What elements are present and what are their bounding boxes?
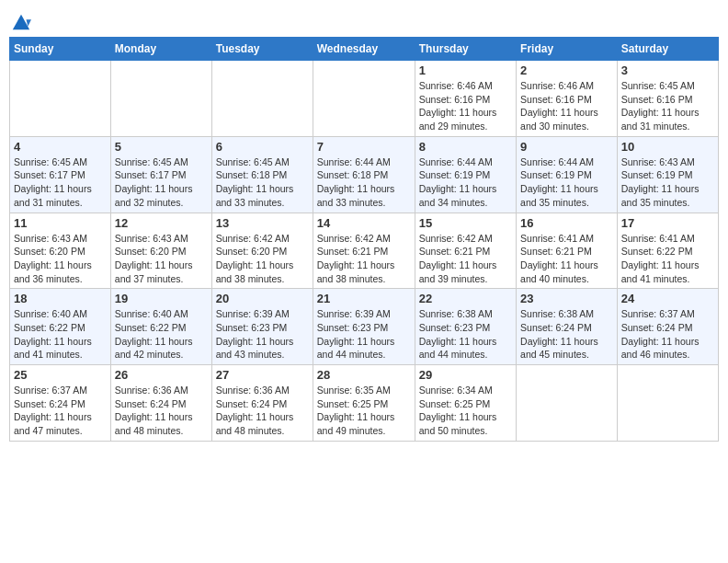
day-number: 22 [419, 292, 512, 305]
calendar-cell: 17Sunrise: 6:41 AMSunset: 6:22 PMDayligh… [617, 213, 718, 289]
calendar-week-3: 11Sunrise: 6:43 AMSunset: 6:20 PMDayligh… [10, 213, 719, 289]
calendar-cell: 11Sunrise: 6:43 AMSunset: 6:20 PMDayligh… [10, 213, 111, 289]
day-info: Sunrise: 6:45 AMSunset: 6:17 PMDaylight:… [115, 155, 208, 210]
calendar-cell: 2Sunrise: 6:46 AMSunset: 6:16 PMDaylight… [517, 61, 618, 137]
day-info: Sunrise: 6:34 AMSunset: 6:25 PMDaylight:… [419, 384, 512, 438]
logo [9, 13, 31, 33]
calendar-cell: 3Sunrise: 6:45 AMSunset: 6:16 PMDaylight… [617, 61, 718, 137]
logo-icon [11, 13, 31, 33]
calendar-cell: 5Sunrise: 6:45 AMSunset: 6:17 PMDaylight… [110, 136, 211, 213]
calendar-cell: 22Sunrise: 6:38 AMSunset: 6:23 PMDayligh… [415, 289, 516, 365]
day-info: Sunrise: 6:36 AMSunset: 6:24 PMDaylight:… [216, 384, 309, 438]
calendar-cell: 12Sunrise: 6:43 AMSunset: 6:20 PMDayligh… [110, 213, 211, 289]
calendar-cell: 13Sunrise: 6:42 AMSunset: 6:20 PMDayligh… [211, 213, 313, 289]
day-info: Sunrise: 6:42 AMSunset: 6:21 PMDaylight:… [419, 232, 512, 286]
calendar-cell: 19Sunrise: 6:40 AMSunset: 6:22 PMDayligh… [110, 289, 211, 365]
day-number: 21 [317, 292, 411, 305]
calendar-cell [517, 365, 618, 442]
day-number: 14 [317, 216, 411, 230]
calendar-cell: 23Sunrise: 6:38 AMSunset: 6:24 PMDayligh… [517, 289, 618, 365]
calendar-cell: 28Sunrise: 6:35 AMSunset: 6:25 PMDayligh… [313, 365, 415, 442]
day-number: 17 [621, 216, 714, 230]
day-info: Sunrise: 6:42 AMSunset: 6:21 PMDaylight:… [317, 232, 411, 286]
day-number: 26 [115, 368, 208, 382]
day-info: Sunrise: 6:38 AMSunset: 6:24 PMDaylight:… [520, 307, 613, 362]
day-info: Sunrise: 6:46 AMSunset: 6:16 PMDaylight:… [520, 79, 613, 133]
day-number: 23 [520, 292, 613, 305]
calendar-week-5: 25Sunrise: 6:37 AMSunset: 6:24 PMDayligh… [10, 365, 719, 442]
day-number: 29 [419, 368, 512, 382]
day-number: 2 [520, 63, 613, 77]
calendar-cell: 7Sunrise: 6:44 AMSunset: 6:18 PMDaylight… [313, 136, 415, 213]
day-number: 13 [216, 216, 309, 230]
day-info: Sunrise: 6:45 AMSunset: 6:18 PMDaylight:… [216, 155, 309, 210]
day-number: 24 [621, 292, 714, 305]
day-info: Sunrise: 6:40 AMSunset: 6:22 PMDaylight:… [14, 307, 107, 362]
calendar-body: 1Sunrise: 6:46 AMSunset: 6:16 PMDaylight… [10, 61, 719, 442]
day-number: 16 [520, 216, 613, 230]
calendar-cell: 10Sunrise: 6:43 AMSunset: 6:19 PMDayligh… [617, 136, 718, 213]
day-info: Sunrise: 6:37 AMSunset: 6:24 PMDaylight:… [14, 384, 107, 438]
calendar-cell: 6Sunrise: 6:45 AMSunset: 6:18 PMDaylight… [211, 136, 313, 213]
calendar-cell: 14Sunrise: 6:42 AMSunset: 6:21 PMDayligh… [313, 213, 415, 289]
calendar-week-1: 1Sunrise: 6:46 AMSunset: 6:16 PMDaylight… [10, 61, 719, 137]
header [9, 9, 719, 33]
day-info: Sunrise: 6:35 AMSunset: 6:25 PMDaylight:… [317, 384, 411, 438]
day-number: 6 [216, 140, 309, 154]
day-number: 7 [317, 140, 411, 154]
calendar-cell: 8Sunrise: 6:44 AMSunset: 6:19 PMDaylight… [415, 136, 516, 213]
calendar-cell: 25Sunrise: 6:37 AMSunset: 6:24 PMDayligh… [10, 365, 111, 442]
day-info: Sunrise: 6:41 AMSunset: 6:21 PMDaylight:… [520, 232, 613, 286]
day-info: Sunrise: 6:45 AMSunset: 6:17 PMDaylight:… [14, 155, 107, 210]
day-header-thursday: Thursday [415, 38, 516, 61]
calendar-header-row: SundayMondayTuesdayWednesdayThursdayFrid… [10, 38, 719, 61]
day-number: 11 [14, 216, 107, 230]
calendar-cell: 20Sunrise: 6:39 AMSunset: 6:23 PMDayligh… [211, 289, 313, 365]
calendar-cell [313, 61, 415, 137]
day-number: 1 [419, 63, 512, 77]
day-header-monday: Monday [110, 38, 211, 61]
calendar-week-4: 18Sunrise: 6:40 AMSunset: 6:22 PMDayligh… [10, 289, 719, 365]
day-number: 9 [520, 140, 613, 154]
day-header-saturday: Saturday [617, 38, 718, 61]
day-number: 20 [216, 292, 309, 305]
calendar-week-2: 4Sunrise: 6:45 AMSunset: 6:17 PMDaylight… [10, 136, 719, 213]
calendar-table: SundayMondayTuesdayWednesdayThursdayFrid… [9, 37, 719, 442]
day-number: 27 [216, 368, 309, 382]
day-info: Sunrise: 6:45 AMSunset: 6:16 PMDaylight:… [621, 79, 714, 133]
calendar-cell: 15Sunrise: 6:42 AMSunset: 6:21 PMDayligh… [415, 213, 516, 289]
calendar-cell: 21Sunrise: 6:39 AMSunset: 6:23 PMDayligh… [313, 289, 415, 365]
calendar-cell: 26Sunrise: 6:36 AMSunset: 6:24 PMDayligh… [110, 365, 211, 442]
day-header-friday: Friday [517, 38, 618, 61]
day-info: Sunrise: 6:40 AMSunset: 6:22 PMDaylight:… [115, 307, 208, 362]
day-info: Sunrise: 6:44 AMSunset: 6:19 PMDaylight:… [419, 155, 512, 210]
day-info: Sunrise: 6:44 AMSunset: 6:18 PMDaylight:… [317, 155, 411, 210]
calendar-cell: 18Sunrise: 6:40 AMSunset: 6:22 PMDayligh… [10, 289, 111, 365]
day-info: Sunrise: 6:46 AMSunset: 6:16 PMDaylight:… [419, 79, 512, 133]
day-number: 8 [419, 140, 512, 154]
day-number: 3 [621, 63, 714, 77]
day-number: 28 [317, 368, 411, 382]
day-info: Sunrise: 6:41 AMSunset: 6:22 PMDaylight:… [621, 232, 714, 286]
day-number: 19 [115, 292, 208, 305]
calendar-cell [10, 61, 111, 137]
calendar-cell: 29Sunrise: 6:34 AMSunset: 6:25 PMDayligh… [415, 365, 516, 442]
day-header-tuesday: Tuesday [211, 38, 313, 61]
day-info: Sunrise: 6:42 AMSunset: 6:20 PMDaylight:… [216, 232, 309, 286]
day-number: 10 [621, 140, 714, 154]
day-info: Sunrise: 6:39 AMSunset: 6:23 PMDaylight:… [216, 307, 309, 362]
calendar-cell: 4Sunrise: 6:45 AMSunset: 6:17 PMDaylight… [10, 136, 111, 213]
day-number: 4 [14, 140, 107, 154]
calendar-cell [617, 365, 718, 442]
calendar-cell: 24Sunrise: 6:37 AMSunset: 6:24 PMDayligh… [617, 289, 718, 365]
calendar-cell: 9Sunrise: 6:44 AMSunset: 6:19 PMDaylight… [517, 136, 618, 213]
day-number: 15 [419, 216, 512, 230]
day-info: Sunrise: 6:43 AMSunset: 6:19 PMDaylight:… [621, 155, 714, 210]
day-info: Sunrise: 6:39 AMSunset: 6:23 PMDaylight:… [317, 307, 411, 362]
day-number: 25 [14, 368, 107, 382]
day-info: Sunrise: 6:44 AMSunset: 6:19 PMDaylight:… [520, 155, 613, 210]
calendar-cell [110, 61, 211, 137]
day-info: Sunrise: 6:37 AMSunset: 6:24 PMDaylight:… [621, 307, 714, 362]
day-info: Sunrise: 6:36 AMSunset: 6:24 PMDaylight:… [115, 384, 208, 438]
calendar-cell [211, 61, 313, 137]
